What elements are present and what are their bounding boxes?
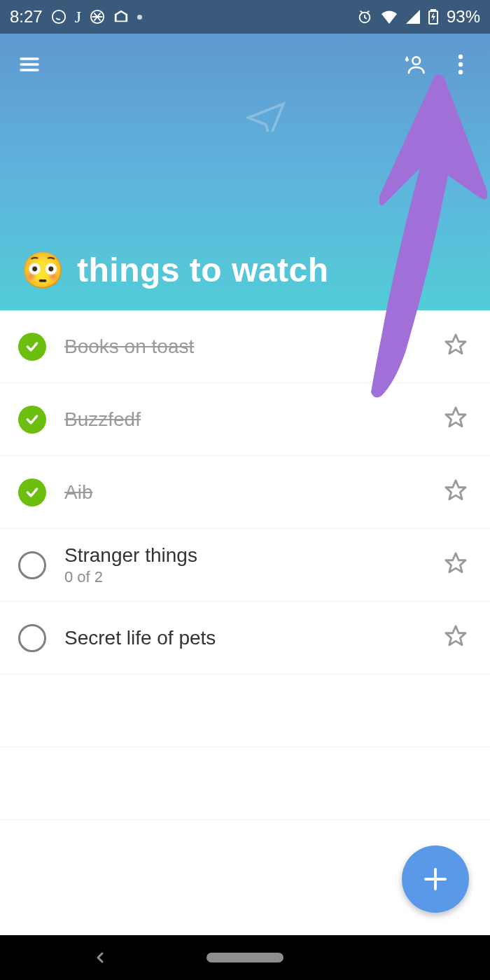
svg-marker-16	[446, 626, 465, 644]
task-row[interactable]: Books on toast	[0, 310, 490, 383]
status-left: 8:27 J	[10, 7, 142, 27]
task-row[interactable]: Stranger things 0 of 2	[0, 529, 490, 602]
task-star[interactable]	[444, 624, 472, 652]
home-pill[interactable]	[206, 953, 284, 962]
system-nav-bar	[0, 935, 490, 980]
task-row[interactable]: Buzzfedf	[0, 383, 490, 456]
svg-marker-13	[446, 407, 465, 426]
alarm-icon	[357, 9, 372, 25]
menu-button[interactable]	[14, 49, 45, 80]
task-checkbox[interactable]	[18, 624, 46, 652]
task-label: Stranger things	[64, 544, 444, 567]
task-checkbox[interactable]	[18, 478, 46, 506]
status-time: 8:27	[10, 7, 43, 27]
wifi-icon	[381, 10, 398, 24]
task-label: Buzzfedf	[64, 408, 444, 431]
svg-rect-4	[431, 9, 435, 11]
svg-marker-14	[446, 480, 465, 499]
svg-point-8	[412, 57, 420, 64]
task-subtitle: 0 of 2	[64, 568, 444, 586]
task-row[interactable]: Aib	[0, 456, 490, 529]
task-star[interactable]	[444, 406, 472, 434]
add-task-button[interactable]	[402, 846, 469, 913]
task-checkbox[interactable]	[18, 333, 46, 361]
task-star[interactable]	[444, 333, 472, 361]
task-list: Books on toast Buzzfedf Aib Stranger thi…	[0, 310, 490, 820]
task-checkbox[interactable]	[18, 551, 46, 579]
signal-icon	[406, 10, 420, 24]
more-notifications-icon	[137, 15, 142, 20]
letter-j-icon: J	[75, 8, 81, 27]
back-button[interactable]	[92, 949, 108, 966]
share-person-button[interactable]	[399, 49, 430, 80]
empty-row	[0, 747, 490, 820]
battery-percent: 93%	[447, 7, 480, 27]
svg-marker-12	[446, 334, 465, 353]
task-checkbox[interactable]	[18, 406, 46, 434]
task-label: Secret life of pets	[64, 627, 444, 649]
empty-row	[0, 675, 490, 747]
task-star[interactable]	[444, 551, 472, 579]
status-bar: 8:27 J 93%	[0, 0, 490, 34]
inbox-icon	[113, 9, 129, 25]
task-star[interactable]	[444, 478, 472, 506]
task-label: Books on toast	[64, 336, 444, 358]
svg-point-11	[458, 70, 463, 74]
status-right: 93%	[357, 7, 480, 27]
svg-point-10	[458, 62, 463, 67]
list-title-wrap: 😳 things to watch	[21, 251, 328, 289]
svg-point-9	[458, 55, 463, 59]
topbar	[0, 34, 490, 80]
more-options-button[interactable]	[445, 49, 476, 80]
battery-charging-icon	[428, 9, 438, 25]
svg-marker-15	[446, 553, 465, 572]
swirl-icon	[90, 9, 105, 25]
list-title: things to watch	[77, 251, 328, 289]
whatsapp-icon	[51, 9, 66, 25]
list-header: 😳 things to watch	[0, 34, 490, 310]
task-label: Aib	[64, 481, 444, 504]
task-row[interactable]: Secret life of pets	[0, 602, 490, 675]
svg-point-0	[52, 11, 65, 23]
plane-decoration-icon	[245, 90, 287, 132]
list-emoji: 😳	[21, 253, 64, 288]
